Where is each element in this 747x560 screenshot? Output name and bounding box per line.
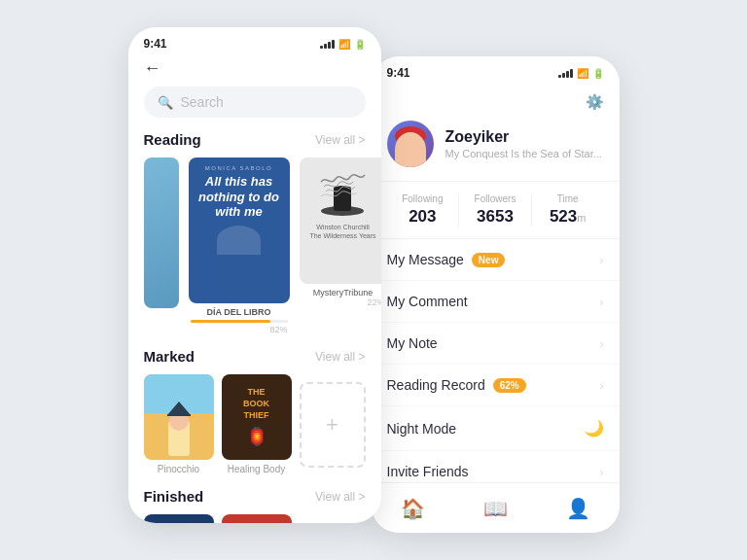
phones-container: 9:41 📶 🔋 ← 🔍 Search Reading View all > bbox=[128, 27, 620, 533]
marked-view-all[interactable]: View all > bbox=[315, 350, 365, 364]
nav-home-icon[interactable]: 🏠 bbox=[401, 497, 425, 520]
profile-info: Zoeyiker My Conquest Is the Sea of Star.… bbox=[387, 121, 604, 167]
time-value: 523m bbox=[532, 207, 604, 227]
profile-bio: My Conquest Is the Sea of Star... bbox=[445, 148, 602, 159]
chevron-right-icon-3: › bbox=[599, 336, 603, 351]
wifi-icon: 📶 bbox=[338, 39, 350, 50]
time-left: 9:41 bbox=[144, 37, 167, 51]
chevron-right-icon: › bbox=[599, 253, 603, 267]
battery-icon-right: 🔋 bbox=[592, 68, 604, 79]
stats-row: Following 203 Followers 3653 Time 523m bbox=[372, 182, 620, 239]
finished-title: Finished bbox=[144, 488, 204, 505]
settings-icon[interactable]: ⚙️ bbox=[586, 93, 604, 111]
book-dia-del-libro[interactable]: MONICA SABOLO All this has nothing to do… bbox=[189, 158, 290, 334]
time-right: 9:41 bbox=[387, 66, 410, 80]
menu-item-my-note[interactable]: My Note › bbox=[372, 323, 620, 365]
wifi-icon-right: 📶 bbox=[577, 68, 588, 79]
healing-book-title-cover: THEBOOKTHIEF bbox=[243, 387, 269, 421]
lantern-icon: 🏮 bbox=[246, 426, 267, 447]
back-button[interactable]: ← bbox=[128, 54, 381, 87]
pinocchio-label: Pinocchio bbox=[144, 464, 214, 474]
stat-time: Time 523m bbox=[531, 193, 604, 227]
mystery-label: MysteryTribune bbox=[300, 288, 381, 298]
stat-followers: Followers 3653 bbox=[458, 193, 531, 227]
mystery-hat-illustration bbox=[316, 167, 370, 221]
right-phone: 9:41 📶 🔋 ⚙️ Zoeyiker My C bbox=[372, 56, 620, 533]
my-comment-label: My Comment bbox=[387, 294, 468, 309]
finished-book-2[interactable]: 📕 bbox=[222, 514, 292, 523]
status-icons-right: 📶 🔋 bbox=[558, 68, 604, 79]
menu-item-my-comment[interactable]: My Comment › bbox=[372, 281, 620, 323]
menu-item-my-message[interactable]: My Message New › bbox=[372, 239, 620, 281]
search-icon: 🔍 bbox=[158, 95, 173, 110]
reading-section-header: Reading View all > bbox=[128, 131, 381, 158]
avatar-face bbox=[395, 132, 426, 167]
new-badge: New bbox=[472, 253, 506, 267]
profile-header: ⚙️ Zoeyiker My Conquest Is the Sea of St… bbox=[372, 84, 620, 182]
finished-books-row: bird 📕 bbox=[128, 514, 381, 523]
signal-icon-right bbox=[558, 68, 573, 78]
menu-item-reading-record[interactable]: Reading Record 62% › bbox=[372, 365, 620, 406]
reading-progress-label: 82% bbox=[191, 325, 288, 334]
book-author: MONICA SABOLO bbox=[205, 165, 273, 171]
finished-section-header: Finished View all > bbox=[128, 488, 381, 514]
status-bar-left: 9:41 📶 🔋 bbox=[128, 27, 381, 54]
partial-book bbox=[144, 158, 179, 308]
add-book-button[interactable]: + bbox=[300, 382, 366, 468]
book-pinocchio[interactable]: Pinocchio bbox=[144, 374, 214, 474]
status-icons-left: 📶 🔋 bbox=[320, 39, 366, 50]
signal-icon bbox=[320, 39, 335, 49]
following-label: Following bbox=[387, 193, 459, 204]
my-message-label: My Message bbox=[387, 252, 464, 267]
reading-record-badge: 62% bbox=[493, 378, 526, 393]
healing-body-label: Healing Body bbox=[222, 464, 292, 474]
night-mode-label: Night Mode bbox=[387, 421, 457, 437]
nav-profile-icon[interactable]: 👤 bbox=[566, 497, 590, 520]
followers-label: Followers bbox=[459, 193, 531, 204]
left-phone: 9:41 📶 🔋 ← 🔍 Search Reading View all > bbox=[128, 27, 381, 523]
menu-list: My Message New › My Comment › My Note › bbox=[372, 239, 620, 493]
reading-title: Reading bbox=[144, 131, 201, 148]
reading-record-label: Reading Record bbox=[387, 377, 485, 393]
chevron-right-icon-2: › bbox=[599, 295, 603, 309]
nav-books-icon[interactable]: 📖 bbox=[483, 497, 508, 520]
book-healing-body[interactable]: THEBOOKTHIEF 🏮 Healing Body bbox=[222, 374, 292, 474]
following-value: 203 bbox=[387, 207, 459, 227]
marked-books-row: Pinocchio THEBOOKTHIEF 🏮 Healing Body + bbox=[128, 374, 381, 474]
bottom-nav: 🏠 📖 👤 bbox=[372, 482, 620, 533]
chevron-right-icon-5: › bbox=[599, 465, 603, 479]
reading-view-all[interactable]: View all > bbox=[315, 133, 365, 147]
reading-progress-fill bbox=[191, 320, 270, 323]
search-bar[interactable]: 🔍 Search bbox=[144, 87, 366, 118]
my-note-label: My Note bbox=[387, 335, 438, 351]
add-icon: + bbox=[326, 412, 338, 438]
book-figure bbox=[217, 226, 261, 255]
marked-title: Marked bbox=[144, 348, 196, 365]
book-main-title: All this has nothing to do with me bbox=[195, 174, 284, 220]
book-mystery-tribune[interactable]: Winston ChurchillThe Wilderness Years My… bbox=[300, 158, 381, 307]
battery-icon: 🔋 bbox=[354, 39, 366, 50]
book-subtitle: DÍA DEL LIBRO bbox=[191, 307, 288, 317]
profile-text: Zoeyiker My Conquest Is the Sea of Star.… bbox=[445, 128, 602, 159]
profile-top-bar: ⚙️ bbox=[387, 93, 604, 111]
time-label: Time bbox=[532, 193, 604, 204]
chevron-right-icon-4: › bbox=[599, 378, 603, 393]
profile-name: Zoeyiker bbox=[445, 128, 602, 146]
invite-friends-label: Invite Friends bbox=[387, 464, 469, 479]
mystery-book-title: Winston ChurchillThe Wilderness Years bbox=[309, 223, 375, 240]
stat-following: Following 203 bbox=[387, 193, 459, 227]
status-bar-right: 9:41 📶 🔋 bbox=[372, 56, 620, 84]
marked-section-header: Marked View all > bbox=[128, 348, 381, 374]
moon-icon: 🌙 bbox=[585, 419, 604, 438]
followers-value: 3653 bbox=[459, 207, 531, 227]
finished-view-all[interactable]: View all > bbox=[315, 490, 365, 504]
avatar bbox=[387, 121, 434, 167]
finished-book-1[interactable]: bird bbox=[144, 514, 214, 523]
menu-item-night-mode[interactable]: Night Mode 🌙 bbox=[372, 406, 620, 451]
search-input[interactable]: Search bbox=[181, 94, 224, 110]
mystery-progress: 22% bbox=[300, 298, 381, 307]
